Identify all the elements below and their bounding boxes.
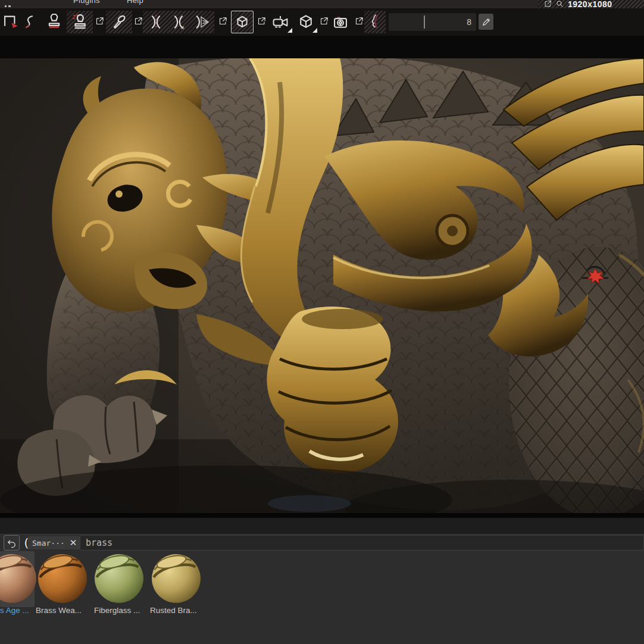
app-window: Plugins Help 1920x1080 bbox=[0, 0, 644, 644]
edit-value-button[interactable] bbox=[479, 14, 493, 30]
symmetry-tools-group: x bbox=[143, 11, 214, 33]
material-swatch-rusted-brass[interactable] bbox=[149, 552, 203, 605]
filter-tag-label: Smar··· bbox=[32, 539, 65, 548]
perspective-view-button[interactable] bbox=[231, 11, 254, 33]
shelf-top-band bbox=[0, 518, 644, 534]
external-link-icon[interactable] bbox=[319, 15, 329, 27]
toolbar-value-label: 8 bbox=[467, 17, 471, 27]
stencil-stamp-tool-icon bbox=[71, 13, 89, 31]
external-link-icon[interactable] bbox=[218, 15, 227, 27]
material-swatch-aged[interactable] bbox=[0, 552, 39, 605]
magnifier-icon bbox=[556, 0, 564, 8]
cube-icon bbox=[298, 14, 314, 30]
symmetry-radial-icon[interactable] bbox=[191, 13, 211, 31]
lasso-tool-icon bbox=[23, 14, 38, 30]
menu-item-partial bbox=[5, 5, 11, 7]
brush-tool-icon bbox=[111, 14, 127, 30]
assets-shelf: ( Smar··· ✕ bbox=[0, 518, 644, 644]
camera-view-button[interactable] bbox=[268, 11, 293, 33]
toolbar-gap bbox=[0, 36, 644, 58]
external-link-icon bbox=[544, 0, 552, 8]
profile-curve-icon bbox=[367, 13, 383, 31]
perspective-cube-icon bbox=[235, 14, 250, 30]
toolbar-value-slider[interactable]: 8 bbox=[389, 13, 476, 31]
toolbar: x bbox=[0, 8, 644, 36]
material-swatch-fiberglass[interactable] bbox=[92, 552, 146, 605]
lasso-tool-button[interactable] bbox=[21, 11, 40, 33]
material-label[interactable]: s Age ... bbox=[0, 606, 29, 615]
stamp-tool-button[interactable] bbox=[44, 11, 64, 33]
rect-select-tool-icon bbox=[2, 14, 19, 30]
symmetry-x-icon[interactable]: x bbox=[168, 13, 189, 31]
viewport-3d[interactable] bbox=[0, 58, 644, 513]
undo-arrow-icon bbox=[7, 538, 17, 548]
viewport-3d-model bbox=[0, 58, 644, 513]
brush-tool-button[interactable] bbox=[106, 11, 132, 33]
external-link-icon[interactable] bbox=[354, 15, 364, 27]
dropdown-corner bbox=[312, 28, 317, 33]
smart-materials-filter-tag[interactable]: Smar··· ✕ bbox=[28, 536, 81, 549]
material-label[interactable]: Fiberglass ... bbox=[94, 606, 140, 615]
slider-divider bbox=[424, 15, 425, 29]
pencil-edit-icon bbox=[482, 17, 491, 27]
material-label[interactable]: Brass Wea... bbox=[36, 606, 82, 615]
external-link-icon[interactable] bbox=[95, 15, 104, 27]
external-link-icon[interactable] bbox=[133, 15, 143, 27]
resolution-label: 1920x1080 bbox=[568, 0, 612, 9]
viewport-bottom-edge bbox=[0, 513, 644, 518]
photo-camera-icon bbox=[332, 14, 349, 30]
screenshot-button[interactable] bbox=[329, 11, 352, 33]
svg-text:x: x bbox=[182, 24, 185, 30]
stencil-curve-button[interactable] bbox=[364, 11, 386, 33]
menu-item-plugins[interactable]: Plugins bbox=[73, 0, 100, 5]
undo-filter-button[interactable] bbox=[4, 535, 20, 551]
menu-item-help[interactable]: Help bbox=[127, 0, 143, 5]
shelf-search-input[interactable] bbox=[80, 535, 644, 551]
material-label[interactable]: Rusted Bra... bbox=[150, 606, 197, 615]
dropdown-corner bbox=[287, 28, 292, 33]
close-icon[interactable]: ✕ bbox=[70, 537, 77, 548]
stamp-tool-icon bbox=[46, 14, 62, 30]
stencil-stamp-tool-button[interactable] bbox=[67, 11, 93, 33]
symmetry-mirror-icon[interactable] bbox=[146, 13, 166, 31]
mesh-display-button[interactable] bbox=[294, 11, 318, 33]
material-swatch-brass-weathered[interactable] bbox=[36, 552, 89, 605]
rect-select-tool-button[interactable] bbox=[1, 11, 20, 33]
external-link-icon[interactable] bbox=[257, 15, 266, 27]
